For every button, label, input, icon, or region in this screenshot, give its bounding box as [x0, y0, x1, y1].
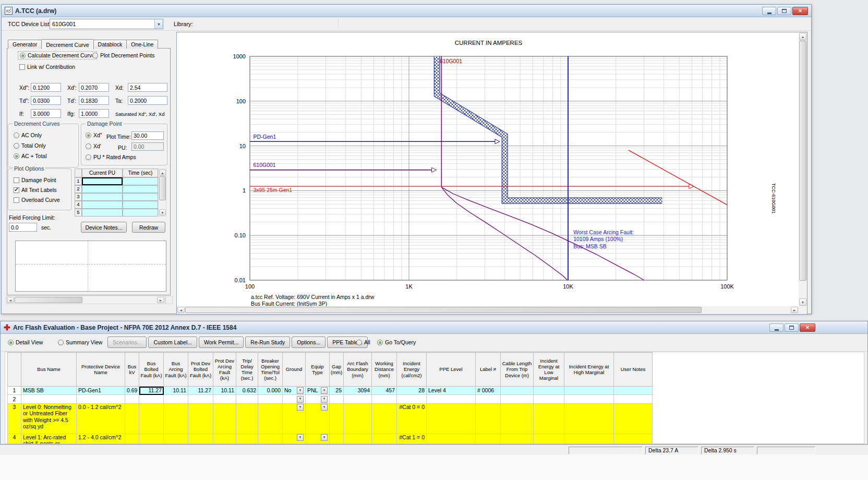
scroll-up-icon[interactable]: ▲ — [799, 33, 806, 40]
af-cell[interactable] — [125, 404, 139, 434]
minimize-button[interactable] — [762, 7, 776, 15]
af-column-header-trip-delay-time-sec[interactable]: Trip/ Delay Time (sec.) — [236, 353, 258, 387]
tab-decrement-curve[interactable]: Decrement Curve — [41, 39, 93, 49]
scroll-right-icon[interactable]: ► — [157, 297, 164, 303]
dropdown-button[interactable]: ▼ — [321, 387, 328, 394]
af-cell[interactable]: 10.11 — [164, 387, 188, 395]
af-column-header-breaker-opening-time-tol-sec[interactable]: Breaker Opening Time/Tol (sec.) — [258, 353, 283, 387]
chart-vscrollbar[interactable]: ▲ ▼ — [799, 32, 807, 314]
af-cell[interactable] — [236, 395, 258, 404]
af-cell[interactable]: ▼ — [306, 404, 330, 434]
af-cell[interactable] — [188, 395, 213, 404]
af-cell[interactable] — [564, 434, 614, 445]
af-cell[interactable]: 28 — [397, 387, 427, 395]
af-cell[interactable] — [476, 395, 501, 404]
af-column-header-equip-type[interactable]: Equip Type — [306, 353, 330, 387]
af-cell[interactable] — [427, 404, 476, 434]
af-cell[interactable]: 0.632 — [236, 387, 258, 395]
dropdown-button[interactable]: ▼ — [297, 387, 304, 394]
damage-xd1-radio[interactable]: Xd' — [86, 143, 101, 149]
damage-xd2-radio[interactable]: Xd" — [86, 132, 102, 138]
af-cell[interactable]: #Cat 0 = 0 — [397, 404, 427, 434]
af-column-header-incident-energy-cal-cm2[interactable]: Incident Energy (cal/cm2) — [397, 353, 427, 387]
pu-current-cell[interactable] — [82, 193, 123, 201]
af-column-header-prot-dev-arcing-fault-ka[interactable]: Prot Dev Arcing Fault (kA) — [213, 353, 236, 387]
pu-time-cell[interactable] — [123, 201, 158, 209]
af-cell[interactable] — [427, 434, 476, 445]
af-cell[interactable] — [21, 395, 77, 404]
af-cell[interactable]: ▼ — [283, 434, 306, 445]
af-cell[interactable]: PNL▼ — [306, 387, 330, 395]
scroll-down-icon[interactable]: ▼ — [159, 209, 166, 215]
af-column-header-cable-length-from-trip-device-m[interactable]: Cable Length From Trip Device (m) — [501, 353, 534, 387]
af-row-number[interactable]: 2 — [8, 395, 21, 404]
af-cell[interactable] — [534, 404, 564, 434]
dropdown-button[interactable]: ▼ — [321, 396, 328, 403]
maximize-button[interactable] — [785, 323, 799, 332]
close-button[interactable]: ✕ — [800, 323, 815, 332]
param-input-xd[interactable]: 0.1200 — [31, 83, 61, 92]
scroll-thumb[interactable] — [799, 41, 806, 281]
af-cell[interactable] — [125, 434, 139, 445]
pu-time-cell[interactable] — [123, 193, 158, 201]
af-column-header-incident-energy-at-high-marginal[interactable]: Incident Energy at High Marginal — [564, 353, 614, 387]
af-cell[interactable] — [614, 434, 653, 445]
scroll-down-icon[interactable]: ▼ — [799, 298, 806, 306]
af-cell[interactable] — [534, 387, 564, 395]
af-cell[interactable] — [476, 404, 501, 434]
scroll-thumb[interactable] — [185, 307, 702, 313]
af-cell[interactable] — [139, 404, 164, 434]
af-cell[interactable] — [258, 434, 283, 445]
af-cell[interactable] — [213, 395, 236, 404]
af-titlebar[interactable]: Arc Flash Evaluation - Base Project - NF… — [1, 321, 867, 334]
af-column-header-ppe-level[interactable]: PPE Level — [427, 353, 476, 387]
combo-dropdown-icon[interactable]: ▼ — [154, 19, 163, 29]
pu-current-cell[interactable] — [82, 201, 123, 209]
af-cell[interactable] — [476, 434, 501, 445]
pu-time-cell[interactable] — [123, 185, 158, 193]
af-cell[interactable] — [614, 395, 653, 404]
af-cell[interactable] — [534, 395, 564, 404]
plot-option-damage-point[interactable]: Damage Point — [14, 177, 56, 183]
plot-option-overload-curve[interactable]: Overload Curve — [14, 197, 60, 203]
decrement-option-ac-total[interactable]: AC + Total — [14, 153, 47, 159]
af-column-header-protective-device-name[interactable]: Protective Device Name — [77, 353, 125, 387]
af-row-number[interactable]: 3 — [8, 404, 21, 434]
af-column-header-bus-bolted-fault-ka[interactable]: Bus Bolted Fault (kA) — [139, 353, 164, 387]
af-column-header-bus-kv[interactable]: Bus kV — [125, 353, 139, 387]
af-cell[interactable] — [236, 434, 258, 445]
scroll-thumb[interactable] — [15, 297, 82, 303]
af-cell[interactable] — [77, 395, 125, 404]
af-cell[interactable]: ▼ — [306, 434, 330, 445]
af-column-header-user-notes[interactable]: User Notes — [614, 353, 653, 387]
af-cell[interactable]: 0.69 — [125, 387, 139, 395]
param-input-ifg[interactable]: 1.0000 — [79, 109, 109, 118]
af-column-header-incident-energy-at-low-marginal[interactable]: Incident Energy at Low Marginal — [534, 353, 564, 387]
plot-decrement-points-radio[interactable]: Plot Decrement Points — [92, 52, 154, 58]
af-cell[interactable] — [427, 395, 476, 404]
af-button-options[interactable]: Options... — [292, 337, 326, 348]
scroll-left-icon[interactable]: ◄ — [177, 307, 185, 313]
af-column-header-working-distance-mm[interactable]: Working Distance (mm) — [372, 353, 397, 387]
param-input-xd[interactable]: 0.2070 — [79, 83, 109, 92]
af-button-custom-label[interactable]: Custom Label... — [148, 337, 197, 348]
tcc-device-list-combo[interactable]: 610G001 ▼ — [50, 19, 163, 29]
af-cell[interactable]: Level 1: Arc-rated shirt & pants or — [21, 434, 77, 445]
af-cell[interactable] — [501, 434, 534, 445]
af-cell[interactable] — [397, 395, 427, 404]
af-column-header-label[interactable]: Label # — [476, 353, 501, 387]
pu-current-cell[interactable] — [82, 209, 123, 217]
af-cell[interactable]: No▼ — [283, 387, 306, 395]
dropdown-button[interactable]: ▼ — [321, 404, 328, 411]
pu-current-cell[interactable] — [82, 177, 123, 185]
af-cell[interactable] — [344, 395, 372, 404]
dropdown-button[interactable]: ▼ — [321, 434, 328, 441]
af-cell[interactable] — [188, 404, 213, 434]
af-cell[interactable]: ▼ — [283, 404, 306, 434]
param-input-td[interactable]: 0.0300 — [31, 96, 61, 105]
decrement-option-ac-only[interactable]: AC Only — [14, 132, 42, 138]
af-row-number[interactable]: 4 — [8, 434, 21, 445]
dropdown-button[interactable]: ▼ — [297, 404, 304, 411]
af-cell[interactable]: # 0006 — [476, 387, 501, 395]
af-cell[interactable] — [258, 395, 283, 404]
